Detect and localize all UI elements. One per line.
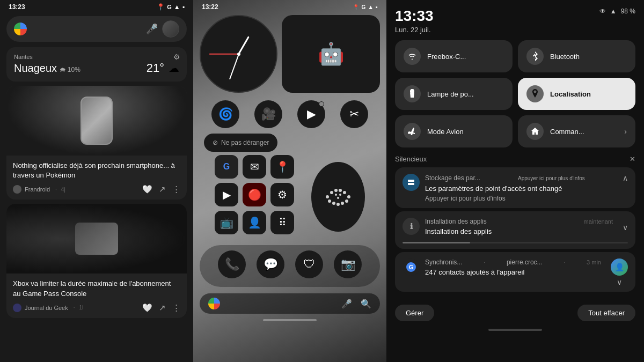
top-widgets: 🤖 <box>193 13 386 95</box>
weather-location: Nantes <box>14 54 179 60</box>
notif-card-3[interactable]: G Synchronis... · pierre.croc... · 3 min… <box>395 252 635 292</box>
news-content-1: Nothing officialise déjà son prochain sm… <box>6 156 187 200</box>
tile-home-controls[interactable]: Comman... › <box>518 115 635 147</box>
svg-text:G: G <box>409 264 414 270</box>
news-card-2[interactable]: Xbox va limiter la durée maximale de l'a… <box>6 204 187 317</box>
svg-point-3 <box>339 189 342 192</box>
tile-location-label: Localisation <box>550 90 591 98</box>
location-tile-icon <box>526 85 544 102</box>
weather-settings-icon[interactable]: ⚙ <box>173 53 180 61</box>
wifi-icon-3: ▲ <box>610 8 617 15</box>
small-app-tv[interactable]: 📺 <box>215 211 238 234</box>
news-content-2: Xbox va limiter la durée maximale de l'a… <box>6 274 187 317</box>
source-avatar-2 <box>13 304 21 312</box>
tile-flashlight[interactable]: Lampe de po... <box>395 78 513 110</box>
app-camera-video[interactable]: 🎥 <box>254 100 282 128</box>
dnd-label: Ne pas déranger <box>221 139 269 146</box>
silent-section: Silencieux ✕ Stockage des par... Appuyer… <box>395 152 635 295</box>
svg-point-8 <box>336 203 340 206</box>
small-apps-grid: G ✉ 📍 ▶ 🔴 ⚙ 📺 👤 ⠿ <box>204 155 305 234</box>
app-badge <box>319 101 324 107</box>
notif-card-2[interactable]: ℹ Installation des applis maintenant Ins… <box>395 211 635 249</box>
small-app-youtube[interactable]: ▶ <box>215 183 238 206</box>
news-title-2: Xbox va limiter la durée maximale de l'a… <box>13 279 180 298</box>
notif-content-3: Synchronis... · pierre.croc... · 3 min 2… <box>425 258 601 277</box>
app-fan[interactable]: 🌀 <box>211 100 239 128</box>
notif-expand-icon-1[interactable]: ∧ <box>623 174 628 182</box>
status-bar-1: 13:23 📍 G ▲ ▪ <box>0 0 193 13</box>
p2-lens-icon[interactable]: 🔍 <box>361 299 371 309</box>
small-app-google[interactable]: G <box>215 155 238 179</box>
news-age-1: 4j <box>61 187 65 193</box>
small-app-settings[interactable]: ⚙ <box>270 183 294 206</box>
google-g-search <box>208 298 220 309</box>
like-icon-1[interactable]: 🤍 <box>142 184 152 194</box>
middle-section: G ✉ 📍 ▶ 🔴 ⚙ 📺 👤 ⠿ <box>193 155 386 239</box>
svg-point-12 <box>339 194 341 196</box>
google-g-small: G <box>223 162 230 172</box>
notif-top-3: Synchronis... · pierre.croc... · 3 min <box>425 258 601 266</box>
notif-expand-icon-2[interactable]: ∨ <box>623 223 628 232</box>
cloud-dots-svg <box>317 175 360 218</box>
battery-icon-2: ▪ <box>376 4 378 10</box>
tile-location[interactable]: Localisation <box>518 78 635 110</box>
minute-hand <box>229 54 239 79</box>
small-app-red[interactable]: 🔴 <box>243 183 266 206</box>
dnd-button[interactable]: ⊘ Ne pas déranger <box>204 134 277 152</box>
share-icon-1[interactable]: ↗ <box>159 184 166 194</box>
notif-title-3: 247 contacts ajoutés à l'appareil <box>425 268 601 277</box>
wifi-tile-icon <box>404 48 421 65</box>
notif-icon-3: G <box>402 258 420 276</box>
dock-camera[interactable]: 📷 <box>334 250 362 278</box>
tile-home-label: Comman... <box>550 128 584 136</box>
airplane-tile-icon <box>404 123 421 140</box>
chevron-right-icon: › <box>624 127 627 136</box>
location-icon: 📍 <box>157 3 165 11</box>
notif-dot-3: · <box>484 260 485 265</box>
weather-card[interactable]: Nantes Nuageux 🌧 10% 21° ☁ ⚙ <box>6 47 187 82</box>
clear-all-button[interactable]: Tout effacer <box>577 305 635 321</box>
app-scissors[interactable]: ✂ <box>340 100 368 128</box>
p2-mic-icon[interactable]: 🎤 <box>341 299 352 309</box>
manage-button[interactable]: Gérer <box>395 305 434 321</box>
mic-icon[interactable]: 🎤 <box>146 23 158 35</box>
bottom-bar-3 <box>488 329 542 331</box>
status-icons-2: 📍 G ▲ ▪ <box>353 4 378 10</box>
dock-shield[interactable]: 🛡 <box>295 250 323 278</box>
notif-expand-icon-3[interactable]: ∨ <box>617 278 622 286</box>
silent-close-icon[interactable]: ✕ <box>630 155 635 163</box>
avatar[interactable] <box>162 20 179 38</box>
app-play[interactable]: ▶ <box>297 100 325 128</box>
tile-freebox-label: Freebox-C... <box>427 53 466 61</box>
flashlight-svg <box>408 89 416 99</box>
small-app-mail[interactable]: ✉ <box>243 155 266 179</box>
dock-phone[interactable]: 📞 <box>218 250 246 278</box>
share-icon-2[interactable]: ↗ <box>159 303 166 313</box>
big-circle-widget[interactable] <box>311 162 365 232</box>
notif-card-1[interactable]: Stockage des par... Appuyer ici pour plu… <box>395 167 635 208</box>
dock-messages[interactable]: 💬 <box>257 250 284 278</box>
p2-search-bar[interactable]: 🎤 🔍 <box>200 293 380 314</box>
notif-top-1: Stockage des par... Appuyer ici pour plu… <box>425 174 628 182</box>
notif-progress-2 <box>402 242 628 243</box>
search-bar[interactable]: 🎤 <box>6 16 187 42</box>
more-icon-2[interactable]: ⋮ <box>172 303 180 313</box>
face-widget: 🤖 <box>282 15 380 93</box>
tile-bluetooth[interactable]: Bluetooth <box>518 40 635 72</box>
date-time-block: 13:33 Lun. 22 juil. <box>395 8 434 34</box>
small-app-grid[interactable]: ⠿ <box>270 211 294 234</box>
p2-bottom-bar <box>263 319 317 321</box>
news-card-1[interactable]: Nothing officialise déjà son prochain sm… <box>6 86 187 200</box>
small-app-maps[interactable]: 📍 <box>270 155 294 179</box>
news-actions-1: 🤍 ↗ ⋮ <box>142 184 180 194</box>
clock-face <box>201 16 276 92</box>
like-icon-2[interactable]: 🤍 <box>142 303 152 313</box>
svg-point-10 <box>328 200 331 203</box>
tile-airplane[interactable]: Mode Avion <box>395 115 513 147</box>
small-app-contacts[interactable]: 👤 <box>243 211 266 234</box>
flashlight-tile-icon <box>404 85 421 102</box>
g-icon-2: G <box>361 4 365 10</box>
wifi-svg <box>408 53 416 60</box>
tile-freebox[interactable]: Freebox-C... <box>395 40 513 72</box>
more-icon-1[interactable]: ⋮ <box>172 184 180 194</box>
